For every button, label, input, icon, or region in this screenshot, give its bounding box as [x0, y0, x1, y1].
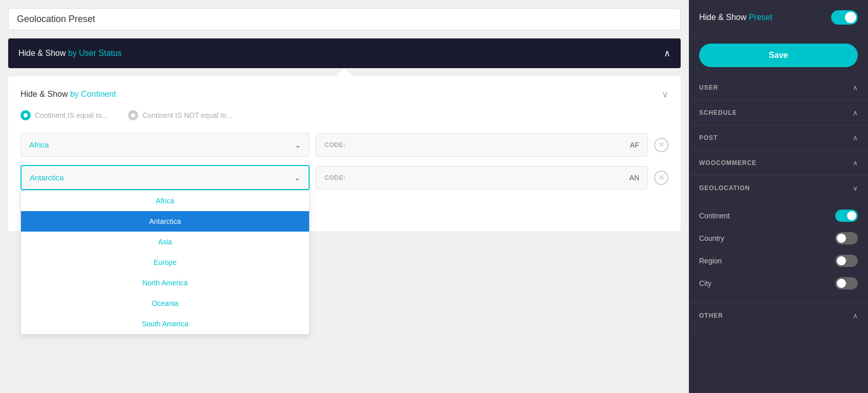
- woocommerce-section-chevron: ∧: [853, 159, 858, 167]
- user-status-chevron: ∧: [664, 48, 670, 59]
- continent-title: Hide & Show by Continent: [20, 90, 116, 99]
- dropdown-option-oceania[interactable]: Oceania: [21, 293, 309, 314]
- radio-is-label: Continent IS equal to...: [35, 111, 107, 119]
- geo-item-city: City: [699, 272, 858, 295]
- user-section-title: USER: [699, 84, 718, 91]
- geo-city-label: City: [699, 279, 711, 287]
- sidebar-section-user: USER ∧: [689, 75, 868, 100]
- dropdown-option-africa[interactable]: Africa: [21, 191, 309, 211]
- schedule-section-title: SCHEDULE: [699, 109, 737, 116]
- geo-region-label: Region: [699, 257, 722, 265]
- sidebar-section-geolocation: GEOLOCATION ∨ Continent Country Region C…: [689, 176, 868, 303]
- user-status-title: Hide & Show by User Status: [18, 49, 122, 58]
- continent-dropdown-1[interactable]: Antarctica ⌄: [20, 165, 310, 190]
- geo-city-toggle[interactable]: [835, 277, 858, 289]
- continent-row-1: Antarctica ⌄ CODE: AN ✕ Africa Antarctic…: [20, 165, 668, 190]
- radio-is-not-label: Continent IS NOT equal to...: [142, 111, 232, 119]
- dropdown-option-south-america[interactable]: South America: [21, 314, 309, 334]
- code-value-0: AF: [630, 141, 639, 149]
- save-button[interactable]: Save: [699, 44, 858, 67]
- geo-country-toggle[interactable]: [835, 232, 858, 244]
- radio-is-dot: [20, 110, 31, 120]
- sidebar-section-other: OTHER ∧: [689, 303, 868, 328]
- remove-row-1[interactable]: ✕: [654, 171, 668, 185]
- geolocation-section-title: GEOLOCATION: [699, 184, 750, 192]
- code-label-0: CODE:: [324, 141, 345, 149]
- code-field-0: CODE: AF: [316, 133, 648, 157]
- geolocation-items: Continent Country Region City: [689, 200, 868, 303]
- continent-dropdown-0-value: Africa: [29, 140, 49, 149]
- continent-dropdown-menu: Africa Antarctica Asia Europe North Amer…: [20, 190, 310, 335]
- radio-is-equal[interactable]: Continent IS equal to...: [20, 110, 107, 120]
- geo-item-region: Region: [699, 250, 858, 272]
- triangle-pointer: [336, 68, 353, 76]
- geo-continent-label: Continent: [699, 212, 730, 220]
- schedule-section-chevron: ∧: [853, 109, 858, 117]
- other-section-title: OTHER: [699, 312, 723, 319]
- main-content: Hide & Show by User Status ∧ Hide & Show…: [0, 0, 689, 393]
- geo-country-label: Country: [699, 234, 724, 242]
- sidebar-section-schedule: SCHEDULE ∧: [689, 100, 868, 126]
- continent-row-0: Africa ⌄ CODE: AF ✕: [20, 133, 668, 157]
- schedule-section-header[interactable]: SCHEDULE ∧: [689, 100, 868, 125]
- sidebar-header: Hide & Show Preset: [689, 0, 868, 35]
- other-section-chevron: ∧: [853, 312, 858, 320]
- woocommerce-section-header[interactable]: WOOCOMMERCE ∧: [689, 151, 868, 175]
- radio-options: Continent IS equal to... Continent IS NO…: [20, 110, 668, 120]
- preset-toggle[interactable]: [831, 10, 858, 25]
- dropdown-option-europe[interactable]: Europe: [21, 252, 309, 273]
- geo-item-country: Country: [699, 227, 858, 250]
- user-status-section-header[interactable]: Hide & Show by User Status ∧: [8, 38, 681, 68]
- geo-continent-toggle[interactable]: [835, 210, 858, 222]
- remove-row-0[interactable]: ✕: [654, 138, 668, 152]
- dropdown-option-north-america[interactable]: North America: [21, 273, 309, 293]
- user-section-header[interactable]: USER ∧: [689, 75, 868, 100]
- dropdown-chevron-1: ⌄: [294, 174, 300, 182]
- code-value-1: AN: [630, 174, 639, 182]
- geolocation-section-header[interactable]: GEOLOCATION ∨: [689, 176, 868, 200]
- continent-dropdown-0[interactable]: Africa ⌄: [20, 133, 310, 157]
- sidebar-header-title: Hide & Show Preset: [699, 13, 772, 22]
- user-section-chevron: ∧: [853, 84, 858, 92]
- continent-chevron[interactable]: ∨: [662, 89, 668, 100]
- right-sidebar: Hide & Show Preset Save USER ∧ SCHEDULE …: [689, 0, 868, 393]
- sidebar-section-post: POST ∧: [689, 126, 868, 151]
- dropdown-option-antarctica[interactable]: Antarctica: [21, 211, 309, 232]
- code-field-1: CODE: AN: [316, 166, 648, 190]
- code-label-1: CODE:: [324, 174, 345, 181]
- geo-region-toggle[interactable]: [835, 255, 858, 267]
- dropdown-option-asia[interactable]: Asia: [21, 232, 309, 252]
- post-section-title: POST: [699, 134, 718, 141]
- post-section-chevron: ∧: [853, 134, 858, 142]
- continent-dropdown-1-value: Antarctica: [30, 173, 64, 182]
- geo-item-continent: Continent: [699, 204, 858, 227]
- woocommerce-section-title: WOOCOMMERCE: [699, 159, 756, 167]
- main-card: Hide & Show by Continent ∨ Continent IS …: [8, 76, 681, 231]
- dropdown-chevron-0: ⌄: [295, 141, 301, 149]
- other-section-header[interactable]: OTHER ∧: [689, 303, 868, 328]
- sidebar-section-woocommerce: WOOCOMMERCE ∧: [689, 151, 868, 176]
- continent-section-header: Hide & Show by Continent ∨: [20, 89, 668, 100]
- post-section-header[interactable]: POST ∧: [689, 126, 868, 150]
- radio-is-not-dot: [128, 110, 138, 120]
- geolocation-section-chevron: ∨: [853, 184, 858, 192]
- preset-title-input[interactable]: [8, 8, 681, 30]
- radio-is-not-equal[interactable]: Continent IS NOT equal to...: [128, 110, 232, 120]
